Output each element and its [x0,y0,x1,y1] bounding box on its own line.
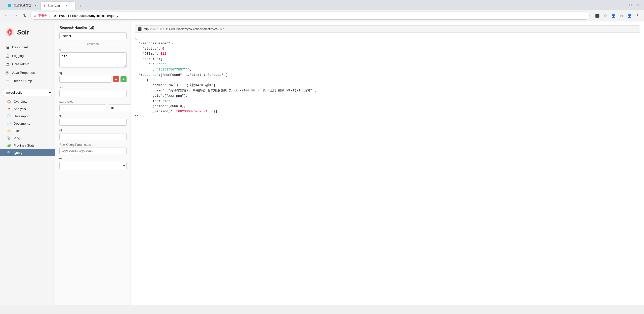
profile-button[interactable]: 👤 [626,12,633,19]
collection-selector[interactable]: mycollection [3,89,52,96]
logging-icon: 📋 [5,53,10,58]
q-group: q *:* [59,48,127,68]
url-text: 192.168.1.114:8983/solr/#/mycollection/q… [52,14,118,18]
fl-group: fl [59,114,127,126]
sort-label: sort [59,86,127,89]
security-label: 不安全 [38,14,47,18]
handler-input[interactable] [59,32,127,39]
dashboard-icon: 🖥 [5,45,10,49]
wt-select[interactable]: ------ json xml csv [59,162,127,169]
reload-button[interactable]: ↻ [21,12,28,19]
overview-label: Overview [14,100,27,103]
sidebar-item-logging[interactable]: 📋 Logging [0,51,55,60]
raw-query-input[interactable] [59,148,127,154]
address-bar[interactable]: ⚠ 不安全 | 192.168.1.114:8983/solr/#/mycoll… [30,12,590,20]
sidebar-item-core-admin-label: Core Admin [12,62,29,66]
sidebar-item-dashboard[interactable]: 🖥 Dashboard [0,43,55,51]
tab1-close[interactable]: ✕ [33,4,37,8]
dataimport-label: Dataimport [14,114,30,118]
sidebar-sub-plugins-stats[interactable]: 🧩 Plugins / Stats [0,142,55,149]
df-group: df [59,129,127,140]
analysis-label: Analysis [14,107,26,111]
omnibox-bar: ← → ↻ ⚠ 不安全 | 192.168.1.114:8983/solr/#/… [0,10,644,21]
plugins-label: Plugins / Stats [14,144,34,147]
start-rows-group: start, rows [59,100,127,111]
fq-input[interactable] [59,76,111,83]
browser-chrome: 🌐 在线商城首页 ✕ ● Solr Admin ✕ + ─ □ ✕ ← → ↻ … [0,0,644,21]
fq-add-button[interactable]: + [120,76,127,82]
raw-query-label: Raw Query Parameters [59,143,127,147]
fq-row: − + [59,76,127,83]
back-button[interactable]: ← [3,12,10,19]
solr-logo-icon [5,27,15,37]
tab1-title: 在线商城首页 [13,4,31,8]
app-container: Solr 🖥 Dashboard 📋 Logging 🗂 Core Admin … [0,21,644,305]
screen-capture-button[interactable]: ⬛ [594,12,601,19]
files-label: Files [14,129,20,133]
maximize-button[interactable]: □ [628,3,632,7]
plugins-icon: 🧩 [7,144,11,147]
tab2-icon: ● [44,4,46,8]
results-url-bar: ⬛ http://192.168.1.114:8983/solr/mycolle… [135,25,640,33]
common-label: common [87,42,99,46]
handler-group: Request-Handler (qt) [59,25,127,39]
close-button[interactable]: ✕ [636,3,640,7]
sidebar: Solr 🖥 Dashboard 📋 Logging 🗂 Core Admin … [0,21,55,305]
sidebar-item-thread-dump-label: Thread Dump [12,79,32,83]
wt-group: wt ------ json xml csv [59,157,127,169]
start-rows-inputs [59,104,127,111]
sidebar-sub-ping[interactable]: 📡 Ping [0,134,55,142]
documents-label: Documents [14,122,30,125]
q-label: q [59,48,127,51]
files-icon: 📁 [7,129,11,133]
sidebar-sub-dataimport[interactable]: 📄 Dataimport [0,113,55,120]
sidebar-sub-files[interactable]: 📁 Files [0,127,55,134]
sidebar-item-thread-dump[interactable]: 🗃 Thread Dump [0,77,55,85]
results-panel: ⬛ http://192.168.1.114:8983/solr/mycolle… [131,21,644,305]
fq-remove-button[interactable]: − [113,76,119,82]
logo-text: Solr [17,28,29,36]
common-divider: common [59,42,127,46]
logo-area: Solr [0,21,55,41]
tab-2[interactable]: ● Solr Admin ✕ [41,2,76,10]
fq-group: fq − + [59,71,127,83]
tab2-title: Solr Admin [48,4,62,8]
dataimport-icon: 📄 [7,114,11,118]
sidebar-item-dashboard-label: Dashboard [12,45,28,49]
sidebar-item-core-admin[interactable]: 🗂 Core Admin [0,60,55,68]
start-input[interactable] [59,104,106,111]
sidebar-item-java-properties-label: Java Properties [12,71,35,75]
raw-query-group: Raw Query Parameters [59,143,127,154]
tab2-close[interactable]: ✕ [64,4,68,8]
tab1-icon: 🌐 [8,4,11,7]
ping-icon: 📡 [7,136,11,140]
fl-label: fl [59,114,127,118]
sidebar-item-java-properties[interactable]: ☕ Java Properties [0,68,55,77]
sidebar-item-logging-label: Logging [12,54,24,58]
sidebar-sub-documents[interactable]: 📄 Documents [0,120,55,127]
new-tab-button[interactable]: + [77,3,84,10]
wt-label: wt [59,157,127,161]
df-input[interactable] [59,133,127,140]
extension-button1[interactable]: 👤 [610,12,617,19]
bookmark-button[interactable]: ☆ [602,12,609,19]
sidebar-sub-query[interactable]: 🔍 Query [0,149,55,156]
sort-input[interactable] [59,90,127,97]
menu-button[interactable]: ⋮ [634,12,641,19]
q-input[interactable]: *:* [59,52,127,67]
fl-input[interactable] [59,119,127,126]
rows-input[interactable] [108,104,131,111]
sidebar-sub-overview[interactable]: 🏠 Overview [0,98,55,105]
results-url-text: http://192.168.1.114:8983/solr/mycollect… [144,27,224,31]
tabs-bar: 🌐 在线商城首页 ✕ ● Solr Admin ✕ + [3,1,618,10]
minimize-button[interactable]: ─ [620,3,624,7]
tab-1[interactable]: 🌐 在线商城首页 ✕ [5,2,41,10]
url-bar-icon: ⬛ [138,27,142,31]
sort-group: sort [59,86,127,97]
start-rows-label: start, rows [59,100,127,103]
collection-nav: 🏠 Overview 🔻 Analysis 📄 Dataimport 📄 Doc… [0,98,55,156]
thread-dump-icon: 🗃 [5,79,10,83]
sidebar-sub-analysis[interactable]: 🔻 Analysis [0,105,55,113]
cast-button[interactable]: ⊡ [618,12,625,19]
forward-button[interactable]: → [12,12,19,19]
